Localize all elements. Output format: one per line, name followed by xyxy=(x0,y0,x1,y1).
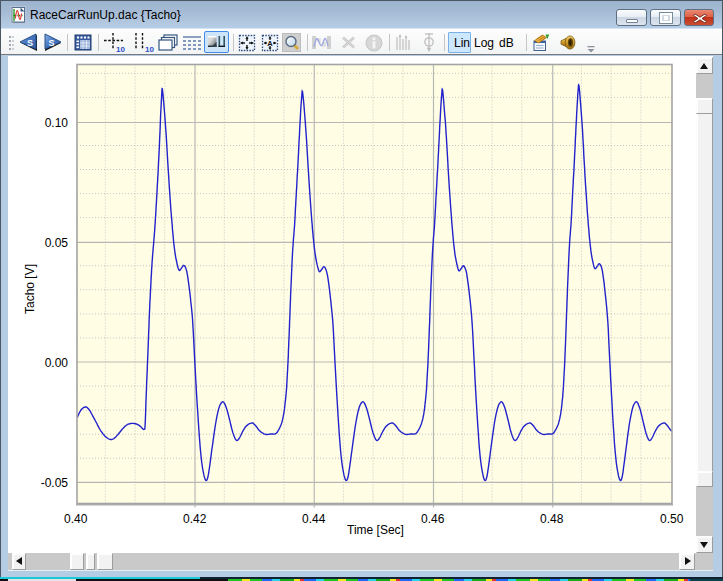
svg-text:S: S xyxy=(48,38,54,48)
svg-text:10: 10 xyxy=(145,45,154,54)
svg-text:S: S xyxy=(27,38,33,48)
svg-text:10: 10 xyxy=(116,45,125,54)
svg-text:A: A xyxy=(267,39,273,48)
